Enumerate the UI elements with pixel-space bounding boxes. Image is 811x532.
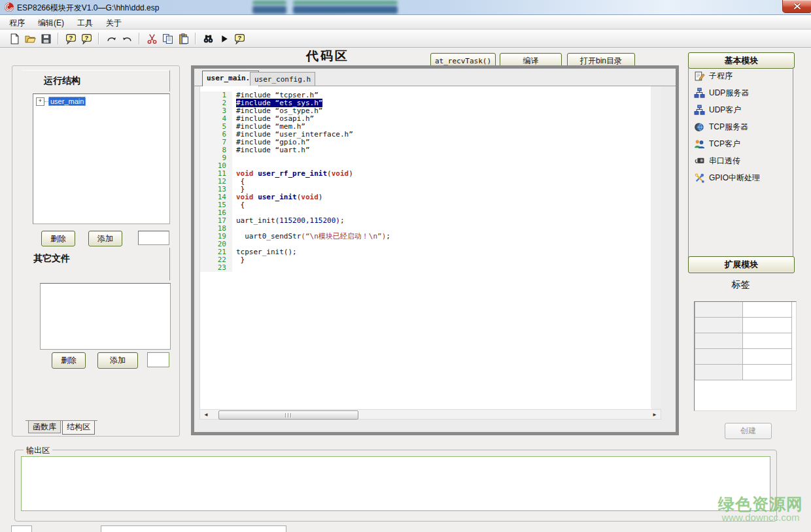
extended-modules-button[interactable]: 扩展模块 [688,256,795,273]
create-button[interactable]: 创建 [725,423,772,439]
scrollbar-thumb[interactable] [218,410,358,420]
tag-table-cell[interactable] [743,302,792,318]
module-item-tcp-client[interactable]: TCP客户 [689,135,793,152]
app-window: { "colors": { "accent_green_border": "#5… [0,0,811,532]
tag-table-row [695,302,796,318]
toolbar-separator [98,33,99,44]
save-button[interactable] [39,31,53,46]
menu-item-program[interactable]: 程序 [3,15,31,29]
tag-table-row [695,318,796,333]
find-button[interactable] [201,31,215,46]
cutoff-status-box [101,525,286,532]
tag-table-cell[interactable] [743,333,792,349]
tree-item-user-main[interactable]: user_main [48,97,86,106]
cut-button[interactable] [145,31,159,46]
line-number: 15 [200,201,232,209]
modules-list: 子程序UDP服务器UDP客户TCP服务器TCP客户串口透传GPIO中断处理 [688,67,793,261]
structure-name-input[interactable] [138,231,169,245]
module-item-subroutine[interactable]: 子程序 [689,67,793,84]
find-icon [203,33,214,44]
line-number: 20 [200,241,232,248]
scroll-right-arrow[interactable]: ► [650,410,659,418]
redo-icon [106,33,117,44]
line-number: 5 [200,123,232,131]
menu-item-about[interactable]: 关于 [99,15,128,29]
code-line: 21tcpser_init(); [200,248,651,256]
run-structure-title: 运行结构 [44,75,80,87]
code-line: 17uart_init(115200,115200); [200,217,651,225]
module-item-tcp-server[interactable]: TCP服务器 [689,118,793,135]
redo-button[interactable] [104,31,118,46]
undo-button[interactable] [120,31,134,46]
module-item-udp-client[interactable]: UDP客户 [689,101,793,118]
tag-table-cell[interactable] [695,349,743,365]
other-files-list[interactable] [40,283,171,350]
code-text: } [232,256,245,264]
tag-table-row [695,349,796,365]
line-number: 22 [200,256,232,264]
copy-button[interactable] [160,31,175,46]
line-number: 16 [200,209,232,217]
tree-expander-icon[interactable]: + [36,97,44,106]
tag-table-cell[interactable] [743,349,792,365]
module-item-serial-passthrough[interactable]: 串口透传 [689,152,793,169]
add-file-button[interactable]: 添加 [97,352,138,369]
toolbar-separator [139,33,140,44]
help-button-3[interactable]: ? [232,31,247,46]
udp-network-icon [694,105,705,116]
menu-item-tools[interactable]: 工具 [71,15,99,29]
delete-file-button[interactable]: 删除 [52,352,86,369]
open-file-button[interactable] [23,31,37,46]
run-structure-tree[interactable]: + user_main [33,93,170,224]
line-number: 8 [200,146,232,154]
basic-modules-button[interactable]: 基本模块 [688,52,795,69]
code-line: 15 { [200,201,651,209]
output-textarea[interactable] [21,456,770,511]
tag-table-cell[interactable] [695,302,743,318]
close-icon [794,3,801,9]
line-number: 1 [200,91,232,99]
code-line: 9 [200,154,651,162]
help-button-2[interactable]: ? [79,31,94,46]
run-button[interactable] [216,31,231,46]
tab-structure-area[interactable]: 结构区 [62,421,95,435]
line-number: 10 [200,162,232,170]
udp-network-icon [694,88,705,99]
tag-table-cell[interactable] [695,365,743,380]
add-structure-button[interactable]: 添加 [88,231,122,246]
scroll-left-arrow[interactable]: ◄ [201,410,211,418]
tag-table-row [695,333,796,349]
code-text: uart_init(115200,115200); [232,217,345,225]
line-number: 4 [200,115,232,123]
help-button[interactable]: ? [63,31,78,46]
code-text [232,264,236,272]
module-item-udp-server[interactable]: UDP服务器 [689,84,793,101]
background-window-glimpse [293,6,398,14]
new-file-icon [9,33,20,44]
menu-item-edit[interactable]: 编辑(E) [31,15,71,29]
file-name-input[interactable] [147,352,169,367]
code-tab-bar: user_main.c user_config.h [194,71,676,86]
tab-function-library[interactable]: 函数库 [28,421,61,433]
line-number: 23 [200,264,232,272]
serial-icon [694,156,705,167]
module-label: GPIO中断处理 [709,173,760,184]
tag-table-cell[interactable] [695,318,743,333]
tag-label: 标签 [688,279,793,291]
close-button[interactable] [782,0,811,13]
tag-table-cell[interactable] [695,333,743,349]
delete-structure-button[interactable]: 删除 [41,231,75,246]
line-number: 3 [200,107,232,115]
structure-panel: 运行结构 + user_main 删除 添加 其它文件 删除 添加 函数库 结构… [12,65,180,437]
tcp-client-icon [694,139,705,150]
code-editor[interactable]: 1#include “tcpser.h”2#include “ets_sys.h… [199,86,651,413]
new-file-button[interactable] [7,31,22,46]
tag-table-cell[interactable] [743,365,792,380]
tag-table-cell[interactable] [743,318,792,333]
horizontal-scrollbar[interactable]: ◄ ► [199,409,661,420]
line-number: 12 [200,178,232,186]
tab-user-config-h[interactable]: user_config.h [250,72,315,86]
svg-text:?: ? [69,34,73,41]
module-item-gpio-interrupt[interactable]: GPIO中断处理 [689,169,793,186]
paste-button[interactable] [176,31,190,46]
